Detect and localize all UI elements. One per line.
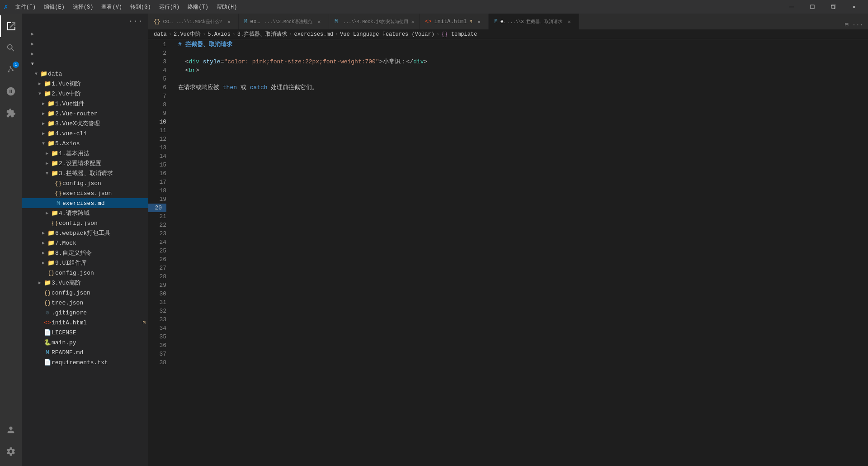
sidebar-item-config-json-1[interactable]: ▶ {} config.json	[22, 178, 148, 188]
win-close-button[interactable]: ✕	[844, 0, 864, 14]
breadcrumb-vue-mid[interactable]: 2.Vue中阶	[174, 30, 201, 38]
sidebar-item-initA-html[interactable]: ▶ <> initA.html M	[22, 318, 148, 328]
tab-config-json[interactable]: {} config.json ...\\1.Mock是什么? ✕	[148, 14, 239, 29]
tab-close-exercises-interceptor[interactable]: ✕	[565, 18, 573, 26]
breadcrumb-interceptor[interactable]: 3.拦截器、取消请求	[237, 30, 287, 38]
sidebar-item-axios-interceptor[interactable]: ▼ 📁 3.拦截器、取消请求	[22, 168, 148, 178]
menu-view[interactable]: 查看(V)	[98, 2, 126, 12]
activity-account[interactable]	[0, 419, 22, 441]
tab-close-exercises-install[interactable]: ✕	[411, 18, 414, 26]
win-restore-button[interactable]	[802, 0, 823, 14]
sidebar-item-config-json-2[interactable]: ▶ {} config.json	[22, 218, 148, 228]
app-logo: ✗	[4, 2, 8, 11]
activity-source-control[interactable]: 1	[0, 59, 22, 81]
breadcrumb-template[interactable]: {} template	[441, 31, 477, 38]
tab-actions: ⊟ ···	[840, 20, 868, 29]
sidebar-item-main-py[interactable]: ▶ 🐍 main.py	[22, 338, 148, 347]
sidebar-root[interactable]: ▼	[22, 59, 148, 69]
sidebar-item-ui-lib[interactable]: ▶ 📁 9.UI组件库	[22, 258, 148, 268]
activity-run[interactable]	[0, 81, 22, 102]
sidebar-section-outline[interactable]: ▶	[22, 39, 148, 49]
titlebar: ✗ 文件(F) 编辑(E) 选择(S) 查看(V) 转到(G) 运行(R) 终端…	[0, 0, 868, 14]
sidebar-item-exercises-json[interactable]: ▶ {} exercises.json	[22, 188, 148, 198]
sidebar-item-vue-cli[interactable]: ▶ 📁 4.vue-cli	[22, 128, 148, 138]
sidebar-item-config-json-mid[interactable]: ▶ {} config.json	[22, 268, 148, 278]
breadcrumb-volar[interactable]: Vue Language Features (Volar)	[340, 31, 434, 38]
sidebar-item-mock[interactable]: ▶ 📁 7.Mock	[22, 238, 148, 248]
svg-rect-2	[831, 5, 835, 9]
sidebar-item-vue-advanced[interactable]: ▶ 📁 3.Vue高阶	[22, 278, 148, 288]
tab-exercises-mock-syntax[interactable]: M exercises.md ...\\2.Mock语法规范 ✕	[239, 14, 329, 29]
menu-bar: 文件(F) 编辑(E) 选择(S) 查看(V) 转到(G) 运行(R) 终端(T…	[12, 2, 241, 12]
more-tabs-button[interactable]: ···	[851, 20, 864, 29]
sidebar-item-axios[interactable]: ▼ 📁 5.Axios	[22, 138, 148, 148]
tab-exercises-interceptor[interactable]: M exercises.md ...\\3.拦截器、取消请求 ✕	[489, 14, 579, 29]
tab-exercises-mock-install[interactable]: M exercises.md ...\\4.Mock.js的安装与使用 ✕	[329, 14, 420, 29]
menu-terminal[interactable]: 终端(T)	[184, 2, 212, 12]
window-controls: ✕	[781, 0, 864, 14]
tab-close-config[interactable]: ✕	[225, 18, 233, 26]
menu-goto[interactable]: 转到(G)	[127, 2, 155, 12]
sidebar-item-readme[interactable]: ▶ M README.md	[22, 347, 148, 357]
editor[interactable]: 12345 6789 10 1112131415 16171819 20 212…	[148, 39, 868, 466]
sidebar-item-exercises-md[interactable]: ▶ M exercises.md	[22, 198, 148, 208]
tab-close-initA[interactable]: ✕	[475, 18, 483, 26]
sidebar-section-timeline[interactable]: ▶	[22, 49, 148, 59]
activity-extensions[interactable]	[0, 102, 22, 124]
menu-help[interactable]: 帮助(H)	[213, 2, 241, 12]
activity-bar: 1	[0, 14, 22, 466]
sidebar-item-vue-mid[interactable]: ▼ 📁 2.Vue中阶	[22, 89, 148, 99]
activity-settings[interactable]	[0, 441, 22, 462]
menu-file[interactable]: 文件(F)	[12, 2, 40, 12]
sidebar-header: ···	[22, 14, 148, 29]
sidebar-item-directives[interactable]: ▶ 📁 8.自定义指令	[22, 248, 148, 258]
menu-run[interactable]: 运行(R)	[156, 2, 184, 12]
editor-area: {} config.json ...\\1.Mock是什么? ✕ M exerc…	[148, 14, 868, 466]
sidebar-item-license[interactable]: ▶ 📄 LICENSE	[22, 328, 148, 338]
sidebar-item-axios-basic[interactable]: ▶ 📁 1.基本用法	[22, 148, 148, 158]
sidebar-content: ▶ ▶ ▶ ▼ ▼ 📁 data	[22, 29, 148, 466]
sidebar-item-vue-component[interactable]: ▶ 📁 1.Vue组件	[22, 99, 148, 109]
sidebar-item-tree-json[interactable]: ▶ {} tree.json	[22, 298, 148, 308]
source-control-badge: 1	[13, 62, 19, 68]
activity-explorer[interactable]	[0, 15, 22, 37]
line-numbers: 12345 6789 10 1112131415 16171819 20 212…	[148, 39, 171, 466]
menu-select[interactable]: 选择(S)	[69, 2, 97, 12]
tab-initA-html[interactable]: <> initA.html M ✕	[420, 14, 489, 29]
svg-rect-1	[811, 5, 814, 9]
breadcrumb: data › 2.Vue中阶 › 5.Axios › 3.拦截器、取消请求 › …	[148, 29, 868, 39]
sidebar-item-vuex[interactable]: ▶ 📁 3.VueX状态管理	[22, 119, 148, 128]
sidebar-item-gitignore[interactable]: ▶ ⚙ .gitignore	[22, 308, 148, 318]
sidebar-item-vue-basic[interactable]: ▶ 📁 1.Vue初阶	[22, 79, 148, 89]
breadcrumb-file[interactable]: exercises.md	[294, 31, 333, 38]
sidebar-item-axios-config[interactable]: ▶ 📁 2.设置请求配置	[22, 158, 148, 168]
sidebar-item-webpack[interactable]: ▶ 📁 6.webpack打包工具	[22, 228, 148, 238]
tab-bar: {} config.json ...\\1.Mock是什么? ✕ M exerc…	[148, 14, 868, 29]
sidebar-item-requirements[interactable]: ▶ 📄 requirements.txt	[22, 357, 148, 367]
svg-rect-3	[832, 5, 835, 8]
svg-rect-0	[789, 7, 794, 7]
win-minimize-button[interactable]	[781, 0, 802, 14]
sidebar-item-data[interactable]: ▼ 📁 data	[22, 69, 148, 79]
breadcrumb-axios[interactable]: 5.Axios	[208, 31, 230, 38]
code-editor[interactable]: # 拦截器、取消请求 <div style="color: pink;font-…	[171, 39, 868, 466]
sidebar-item-vue-router[interactable]: ▶ 📁 2.Vue-router	[22, 109, 148, 119]
sidebar-item-config-json-root[interactable]: ▶ {} config.json	[22, 288, 148, 298]
sidebar: ··· ▶ ▶ ▶ ▼ ▼	[22, 14, 148, 466]
tab-close-exercises-mock[interactable]: ✕	[315, 18, 323, 26]
activity-search[interactable]	[0, 37, 22, 59]
win-maxrestore-button[interactable]	[823, 0, 844, 14]
breadcrumb-data[interactable]: data	[154, 31, 167, 38]
sidebar-item-axios-cors[interactable]: ▶ 📁 4.请求跨域	[22, 208, 148, 218]
split-editor-button[interactable]: ⊟	[844, 20, 849, 29]
sidebar-section-open-editors[interactable]: ▶	[22, 29, 148, 39]
sidebar-more-button[interactable]: ···	[128, 17, 143, 25]
menu-edit[interactable]: 编辑(E)	[40, 2, 68, 12]
